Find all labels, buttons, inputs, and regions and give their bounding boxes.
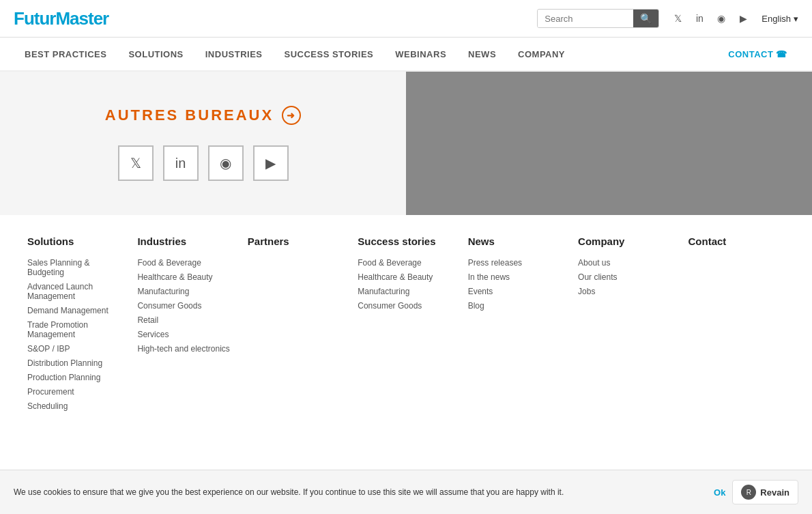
hero-left: AUTRES BUREAUX ➜ 𝕏 in ◉ ▶ bbox=[0, 72, 406, 215]
footer-contact-title[interactable]: Contact bbox=[688, 235, 785, 247]
footer-link-food-beverage-ss[interactable]: Food & Beverage bbox=[358, 258, 454, 268]
footer-link-scheduling[interactable]: Scheduling bbox=[27, 401, 124, 411]
hero-section: AUTRES BUREAUX ➜ 𝕏 in ◉ ▶ bbox=[0, 72, 812, 215]
autres-bureaux-circle-icon: ➜ bbox=[282, 106, 301, 125]
footer-industries-title[interactable]: Industries bbox=[137, 235, 233, 247]
footer-link-distribution-planning[interactable]: Distribution Planning bbox=[27, 358, 124, 368]
footer-link-consumer-goods-ss[interactable]: Consumer Goods bbox=[358, 301, 454, 311]
footer-link-services-ind[interactable]: Services bbox=[137, 330, 233, 339]
footer-link-manufacturing-ss[interactable]: Manufacturing bbox=[358, 287, 454, 296]
header-right: 🔍 𝕏 in ◉ ▶ English ▾ bbox=[537, 9, 798, 28]
twitter-header-icon[interactable]: 𝕏 bbox=[670, 11, 685, 26]
footer-success-title[interactable]: Success stories bbox=[358, 235, 454, 247]
footer-link-hightech-ind[interactable]: High-tech and electronics bbox=[137, 344, 233, 354]
nav-webinars[interactable]: WEBINARS bbox=[384, 37, 457, 71]
footer-industries-col: Industries Food & Beverage Healthcare & … bbox=[130, 235, 240, 416]
nav-news[interactable]: NEWS bbox=[457, 37, 507, 71]
footer-link-in-the-news[interactable]: In the news bbox=[468, 272, 564, 282]
footer-link-manufacturing-ind[interactable]: Manufacturing bbox=[137, 287, 233, 296]
logo-text: FuturMaster bbox=[14, 8, 108, 29]
footer-link-healthcare-beauty-ind[interactable]: Healthcare & Beauty bbox=[137, 272, 233, 282]
footer-company-title[interactable]: Company bbox=[578, 235, 674, 247]
autres-bureaux-button[interactable]: AUTRES BUREAUX ➜ bbox=[105, 106, 301, 125]
footer-link-food-beverage-ind[interactable]: Food & Beverage bbox=[137, 258, 233, 268]
search-box: 🔍 bbox=[537, 9, 659, 28]
footer-link-sop-ibp[interactable]: S&OP / IBP bbox=[27, 344, 124, 354]
footer-link-consumer-goods-ind[interactable]: Consumer Goods bbox=[137, 301, 233, 311]
autres-bureaux-label: AUTRES BUREAUX bbox=[105, 106, 274, 124]
social-icons-hero: 𝕏 in ◉ ▶ bbox=[118, 145, 289, 181]
footer-link-procurement[interactable]: Procurement bbox=[27, 387, 124, 397]
logo[interactable]: FuturMaster bbox=[14, 8, 108, 29]
footer-link-sales-planning[interactable]: Sales Planning & Budgeting bbox=[27, 258, 124, 277]
nav-company[interactable]: COMPANY bbox=[507, 37, 576, 71]
social-icons-header: 𝕏 in ◉ ▶ bbox=[670, 11, 751, 26]
footer-link-retail-ind[interactable]: Retail bbox=[137, 315, 233, 325]
footer-solutions-title[interactable]: Solutions bbox=[27, 235, 124, 247]
header: FuturMaster 🔍 𝕏 in ◉ ▶ English ▾ bbox=[0, 0, 812, 38]
footer-news-col: News Press releases In the news Events B… bbox=[461, 235, 571, 416]
main-nav: BEST PRACTICES SOLUTIONS INDUSTRIES SUCC… bbox=[0, 38, 812, 72]
chevron-down-icon: ▾ bbox=[794, 14, 798, 24]
footer-link-press-releases[interactable]: Press releases bbox=[468, 258, 564, 268]
linkedin-social-box[interactable]: in bbox=[163, 145, 199, 181]
twitter-social-box[interactable]: 𝕏 bbox=[118, 145, 154, 181]
linkedin-header-icon[interactable]: in bbox=[692, 11, 707, 26]
footer-link-our-clients[interactable]: Our clients bbox=[578, 272, 674, 282]
footer-news-title[interactable]: News bbox=[468, 235, 564, 247]
footer-link-jobs[interactable]: Jobs bbox=[578, 287, 674, 296]
instagram-header-icon[interactable]: ◉ bbox=[714, 11, 729, 26]
nav-contact[interactable]: CONTACT ☎ bbox=[717, 37, 798, 71]
youtube-header-icon[interactable]: ▶ bbox=[736, 11, 751, 26]
footer-nav: Solutions Sales Planning & Budgeting Adv… bbox=[0, 215, 812, 429]
hero-right-image bbox=[406, 72, 812, 215]
language-label: English bbox=[762, 14, 791, 24]
footer-link-production-planning[interactable]: Production Planning bbox=[27, 373, 124, 382]
nav-success-stories[interactable]: SUCCESS STORIES bbox=[273, 37, 384, 71]
nav-industries[interactable]: INDUSTRIES bbox=[194, 37, 274, 71]
footer-link-healthcare-beauty-ss[interactable]: Healthcare & Beauty bbox=[358, 272, 454, 282]
search-button[interactable]: 🔍 bbox=[633, 10, 658, 27]
footer-success-col: Success stories Food & Beverage Healthca… bbox=[351, 235, 461, 416]
footer-link-events[interactable]: Events bbox=[468, 287, 564, 296]
footer-link-demand-management[interactable]: Demand Management bbox=[27, 306, 124, 315]
footer-partners-title[interactable]: Partners bbox=[248, 235, 344, 247]
instagram-social-box[interactable]: ◉ bbox=[208, 145, 244, 181]
nav-solutions[interactable]: SOLUTIONS bbox=[117, 37, 194, 71]
footer-link-trade-promotion[interactable]: Trade Promotion Management bbox=[27, 320, 124, 339]
nav-best-practices[interactable]: BEST PRACTICES bbox=[14, 37, 117, 71]
footer-contact-col: Contact bbox=[682, 235, 792, 416]
language-selector[interactable]: English ▾ bbox=[762, 14, 798, 24]
footer-link-blog[interactable]: Blog bbox=[468, 301, 564, 311]
youtube-social-box[interactable]: ▶ bbox=[253, 145, 289, 181]
footer-partners-col: Partners bbox=[241, 235, 351, 416]
footer-link-advanced-launch[interactable]: Advanced Launch Management bbox=[27, 282, 124, 301]
footer-solutions-col: Solutions Sales Planning & Budgeting Adv… bbox=[20, 235, 130, 416]
search-input[interactable] bbox=[538, 10, 633, 27]
footer-company-col: Company About us Our clients Jobs bbox=[571, 235, 681, 416]
footer-link-about-us[interactable]: About us bbox=[578, 258, 674, 268]
